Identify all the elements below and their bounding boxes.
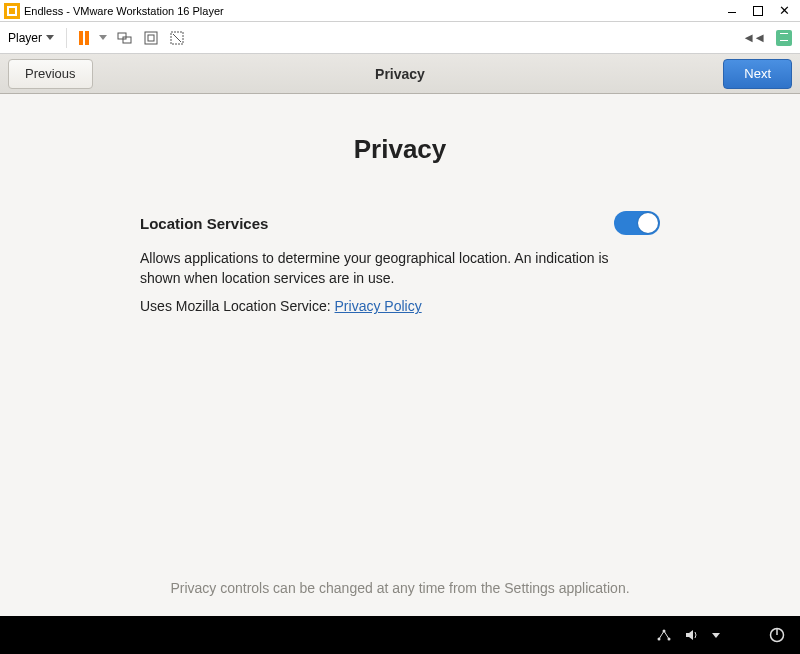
svg-rect-1 [123, 37, 131, 43]
chevron-down-icon [712, 633, 720, 638]
svg-line-5 [173, 34, 181, 42]
previous-button[interactable]: Previous [8, 59, 93, 89]
vmware-toolbar: Player ◄◄ [0, 22, 800, 54]
svg-rect-3 [148, 35, 154, 41]
location-services-label: Location Services [140, 215, 268, 232]
unity-icon[interactable] [169, 30, 185, 46]
close-button[interactable]: ✕ [778, 5, 790, 17]
location-services-service: Uses Mozilla Location Service: Privacy P… [140, 298, 660, 314]
chevron-down-icon[interactable] [99, 35, 107, 40]
volume-icon [684, 627, 700, 643]
vmware-icon [4, 3, 20, 19]
rewind-icon[interactable]: ◄◄ [742, 30, 764, 45]
setup-headerbar: Previous Privacy Next [0, 54, 800, 94]
headerbar-title: Privacy [0, 66, 800, 82]
network-icon [656, 627, 672, 643]
pause-icon[interactable] [79, 31, 89, 45]
privacy-page: Privacy Location Services Allows applica… [0, 94, 800, 616]
privacy-policy-link[interactable]: Privacy Policy [335, 298, 422, 314]
system-tray[interactable] [656, 627, 720, 643]
service-prefix: Uses Mozilla Location Service: [140, 298, 335, 314]
location-services-toggle[interactable] [614, 211, 660, 235]
window-controls: ✕ [726, 5, 796, 17]
next-button[interactable]: Next [723, 59, 792, 89]
privacy-footer-note: Privacy controls can be changed at any t… [140, 580, 660, 596]
svg-rect-2 [145, 32, 157, 44]
power-icon[interactable] [768, 626, 786, 644]
vmware-titlebar: Endless - VMware Workstation 16 Player ✕ [0, 0, 800, 22]
player-menu[interactable]: Player [8, 31, 54, 45]
fullscreen-icon[interactable] [143, 30, 159, 46]
toolbar-divider [66, 28, 67, 48]
minimize-button[interactable] [726, 5, 738, 17]
page-title: Privacy [140, 134, 660, 165]
player-menu-label: Player [8, 31, 42, 45]
location-services-row: Location Services [140, 211, 660, 235]
svg-rect-0 [118, 33, 126, 39]
maximize-button[interactable] [752, 5, 764, 17]
location-services-description: Allows applications to determine your ge… [140, 249, 620, 288]
gnome-taskbar [0, 616, 800, 654]
devices-icon[interactable] [776, 30, 792, 46]
send-ctrl-alt-del-icon[interactable] [117, 30, 133, 46]
window-title: Endless - VMware Workstation 16 Player [24, 5, 224, 17]
chevron-down-icon [46, 35, 54, 40]
